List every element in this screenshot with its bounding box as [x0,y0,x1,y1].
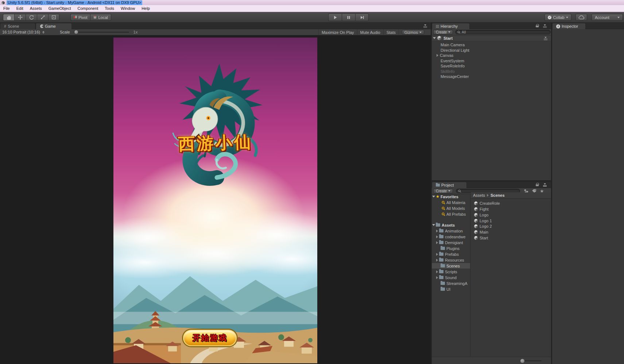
scene-pane-menu-icon[interactable] [544,37,547,40]
menu-window[interactable]: Window [117,5,138,12]
disclosure-down-icon[interactable] [432,196,435,197]
aspect-dropdown[interactable]: 16:10 Portrait (10:16) [0,30,58,34]
disclosure-right-icon[interactable] [436,235,438,238]
favorite-all-models[interactable]: All Models [432,206,470,211]
assets-root[interactable]: Assets [432,222,470,228]
file-main[interactable]: Main [471,229,551,235]
disclosure-down-icon[interactable] [433,37,436,39]
file-logo-2[interactable]: Logo 2 [471,223,551,229]
favorites-root[interactable]: ★ Favorites [432,194,470,199]
stats-toggle[interactable]: Stats [383,29,399,35]
project-pane-menu-icon[interactable] [543,183,547,187]
hierarchy-item-saveroleinfo[interactable]: SaveRoleInfo [432,63,551,69]
scale-tool-button[interactable] [37,14,48,21]
hierarchy-item-eventsystem[interactable]: EventSystem [432,58,551,63]
menu-tools[interactable]: Tools [101,5,117,12]
scale-value: 1x [133,30,138,34]
move-tool-button[interactable] [14,14,26,21]
play-button[interactable] [328,13,342,21]
breadcrumb-current[interactable]: Scenes [491,193,505,197]
game-pane-menu-icon[interactable] [423,24,427,28]
menu-edit[interactable]: Edit [13,5,27,12]
folder-plugins[interactable]: Plugins [432,246,470,251]
menu-help[interactable]: Help [138,5,153,12]
pause-button[interactable] [342,13,355,21]
pivot-toggle-button[interactable]: Pivot [70,14,90,21]
asset-zoom-slider[interactable] [521,360,542,361]
folder-resources[interactable]: Resources [432,257,470,263]
window-title: Unity 5.6.5f1 (64bit) - Start.unity - My… [7,0,142,5]
menu-component[interactable]: Component [74,5,101,12]
tab-hierarchy[interactable]: Hierarchy [432,23,470,29]
breadcrumb-root[interactable]: Assets [473,193,485,197]
hierarchy-lock-icon[interactable] [536,24,539,27]
hand-tool-button[interactable] [3,14,14,21]
disclosure-right-icon[interactable] [436,253,438,256]
account-button[interactable]: Account [592,14,623,21]
collab-button[interactable]: ✓ Collab [544,14,571,21]
folder-codeandweb[interactable]: codeandwe [432,234,470,239]
hierarchy-create-button[interactable]: Create [433,30,453,35]
start-game-button[interactable]: 开始游戏 [183,330,237,346]
gizmos-dropdown[interactable]: Gizmos [399,29,424,35]
menu-gameobject[interactable]: GameObject [45,5,74,12]
step-button[interactable] [355,13,369,21]
disclosure-right-icon[interactable] [436,230,438,232]
mute-audio-toggle[interactable]: Mute Audio [357,29,383,35]
disclosure-right-icon[interactable] [437,54,438,57]
hierarchy-item-messagecenter[interactable]: MessageCenter [432,74,551,79]
file-start[interactable]: Start [471,235,551,240]
scale-slider[interactable] [74,32,129,33]
file-logo-1[interactable]: Logo 1 [471,218,551,223]
disclosure-down-icon[interactable] [432,224,435,226]
item-label: All Materia [446,200,465,205]
hierarchy-item-skillinfo[interactable]: SkillInfo [432,69,551,74]
file-fight[interactable]: Fight [471,206,551,212]
hierarchy-item-main-camera[interactable]: Main Camera [432,42,551,47]
item-label: SaveRoleInfo [441,64,465,68]
menu-file[interactable]: File [0,5,13,12]
file-createrole[interactable]: CreateRole [471,200,551,206]
project-create-button[interactable]: Create [433,189,453,193]
tab-inspector[interactable]: i Inspector [552,23,586,29]
breadcrumb-arrow-icon [487,194,489,197]
hierarchy-pane-menu-icon[interactable] [543,24,547,28]
favorite-all-materials[interactable]: All Materia [432,200,470,205]
menu-assets[interactable]: Assets [27,5,45,12]
playmode-controls [328,13,369,21]
tab-scene[interactable]: # Scene [0,23,35,29]
rect-tool-button[interactable] [48,14,59,21]
folder-ui[interactable]: UI [432,286,470,292]
hierarchy-search-input[interactable]: All [455,30,551,34]
folder-scripts[interactable]: Scripts [432,269,470,274]
inspector-panel: i Inspector [552,23,624,364]
favorite-all-prefabs[interactable]: All Prefabs [432,211,470,217]
hierarchy-item-directional-light[interactable]: Directional Light [432,47,551,53]
folder-scenes[interactable]: Scenes [432,263,470,269]
folder-animation[interactable]: Animation [432,228,470,234]
aspect-updown-icon [42,31,44,34]
folder-streamingassets[interactable]: StreamingA [432,281,470,286]
folder-prefabs[interactable]: Prefabs [432,251,470,257]
tab-project[interactable]: Project [432,182,467,188]
folder-sound[interactable]: Sound [432,275,470,280]
hierarchy-item-canvas[interactable]: Canvas [432,52,551,58]
scene-header-row[interactable]: Start [432,35,551,41]
unity-scene-file-icon [474,230,478,234]
disclosure-right-icon[interactable] [436,259,438,262]
local-toggle-button[interactable]: Local [90,14,111,21]
cloud-button[interactable] [575,14,587,21]
maximize-on-play-toggle[interactable]: Maximize On Play [318,29,357,35]
scale-slider-knob[interactable] [74,30,78,34]
item-label: Main [480,230,488,234]
disclosure-right-icon[interactable] [436,276,438,279]
asset-zoom-knob[interactable] [520,359,524,363]
project-lock-icon[interactable] [536,183,539,186]
folder-demigiant[interactable]: Demigiant [432,240,470,245]
scale-icon [40,15,45,20]
disclosure-right-icon[interactable] [436,241,438,244]
file-logo[interactable]: Logo [471,212,551,218]
tab-game[interactable]: Game [36,23,72,29]
rotate-tool-button[interactable] [26,14,37,21]
disclosure-right-icon[interactable] [436,270,438,273]
